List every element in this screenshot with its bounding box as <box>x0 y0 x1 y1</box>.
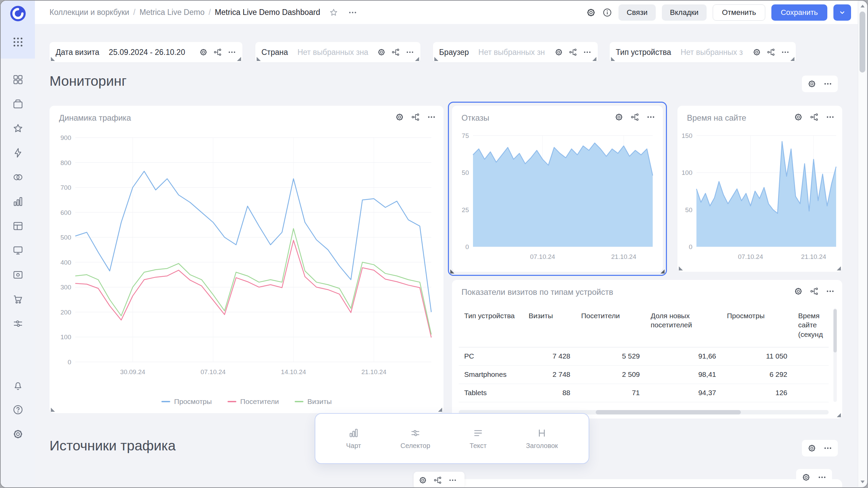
chart-card-traffic-dynamics[interactable]: Динамика трафика 01002003004005006007008… <box>50 106 443 413</box>
window-scrollbar[interactable] <box>858 1 867 487</box>
resize-handle[interactable] <box>434 57 438 61</box>
gear-icon[interactable] <box>395 113 404 122</box>
collections-icon[interactable] <box>12 98 24 110</box>
audience-icon[interactable] <box>12 171 24 183</box>
breadcrumb-workbook[interactable]: Metrica Live Demo <box>139 8 204 17</box>
relations-icon[interactable] <box>810 113 819 122</box>
scrollbar-thumb[interactable] <box>596 410 741 414</box>
settings-sliders-icon[interactable] <box>12 318 24 329</box>
quick-actions-icon[interactable] <box>12 147 24 159</box>
filter-date-widget[interactable]: Дата визита 25.09.2024 - 26.10.20 <box>50 42 242 62</box>
gear-icon[interactable] <box>794 287 803 296</box>
resize-handle[interactable] <box>257 57 261 61</box>
filter-browser-value[interactable]: Нет выбранных зн <box>478 48 552 57</box>
resize-handle[interactable] <box>51 57 55 61</box>
add-text-button[interactable]: Текст <box>470 428 487 450</box>
favorites-icon[interactable] <box>12 123 24 134</box>
more-options-icon[interactable] <box>781 48 790 57</box>
legend-item[interactable]: Визиты <box>295 398 332 406</box>
resize-handle[interactable] <box>237 57 241 61</box>
more-options-icon[interactable] <box>826 113 835 122</box>
gear-icon[interactable] <box>802 473 811 482</box>
cancel-button[interactable]: Отменить <box>713 4 765 21</box>
save-button[interactable]: Сохранить <box>771 4 827 21</box>
relations-icon[interactable] <box>810 287 819 296</box>
resize-handle[interactable] <box>611 57 615 61</box>
tabs-button[interactable]: Вкладки <box>662 4 707 21</box>
add-chart-button[interactable]: Чарт <box>346 428 361 450</box>
add-selector-button[interactable]: Селектор <box>400 428 430 450</box>
gear-icon[interactable] <box>554 48 563 57</box>
resize-handle[interactable] <box>837 266 841 270</box>
gear-icon[interactable] <box>794 113 803 122</box>
breadcrumb-current-dashboard: Metrica Live Demo Dashboard <box>215 8 320 17</box>
settings-gear-icon[interactable] <box>12 428 24 440</box>
relations-icon[interactable] <box>569 48 577 57</box>
filter-country-widget[interactable]: Страна Нет выбранных зна <box>255 42 420 62</box>
filter-device-type-widget[interactable]: Тип устройства Нет выбранных з <box>610 42 796 62</box>
filter-country-value[interactable]: Нет выбранных зна <box>297 48 374 57</box>
info-icon[interactable] <box>602 7 612 18</box>
gear-icon[interactable] <box>752 48 761 57</box>
gear-icon[interactable] <box>807 444 816 453</box>
gear-icon[interactable] <box>418 476 427 485</box>
resize-handle[interactable] <box>790 57 794 61</box>
datalens-logo[interactable] <box>9 5 27 22</box>
more-options-icon[interactable] <box>448 476 457 485</box>
datasets-icon[interactable] <box>12 269 24 281</box>
filter-device-type-value[interactable]: Нет выбранных з <box>680 48 750 57</box>
more-options-icon[interactable] <box>823 79 832 88</box>
resize-handle[interactable] <box>415 57 419 61</box>
legend-item[interactable]: Просмотры <box>161 398 212 406</box>
resize-handle[interactable] <box>438 408 442 412</box>
table-card-device-stats[interactable]: Показатели визитов по типам устройств Ти… <box>452 280 842 419</box>
relations-icon[interactable] <box>411 113 420 122</box>
resize-handle[interactable] <box>592 57 596 61</box>
gear-icon[interactable] <box>614 113 624 122</box>
resize-handle[interactable] <box>51 408 55 412</box>
more-options-icon[interactable] <box>826 287 835 296</box>
more-options-icon[interactable] <box>646 113 655 122</box>
save-menu-button[interactable] <box>833 4 851 21</box>
tables-icon[interactable] <box>12 220 24 232</box>
resize-handle[interactable] <box>837 413 841 417</box>
marketplace-icon[interactable] <box>12 293 24 305</box>
favorite-star-icon[interactable] <box>329 8 338 17</box>
relations-icon[interactable] <box>630 113 639 122</box>
more-options-icon[interactable] <box>583 48 592 57</box>
gear-icon[interactable] <box>199 48 208 57</box>
chart-card-bounces[interactable]: Отказы 025507507.10.2421.10.24 <box>452 106 663 272</box>
chart-card-time-on-site[interactable]: Время на сайте 05010015007.10.2421.10.24 <box>677 106 842 272</box>
gear-icon[interactable] <box>807 79 816 88</box>
relations-icon[interactable] <box>391 48 400 57</box>
links-button[interactable]: Связи <box>618 4 656 21</box>
more-options-icon[interactable] <box>348 8 357 17</box>
breadcrumb-collections[interactable]: Коллекции и воркбуки <box>50 8 129 17</box>
filter-browser-widget[interactable]: Браузер Нет выбранных зн <box>433 42 598 62</box>
more-options-icon[interactable] <box>427 113 436 122</box>
scrollbar-thumb[interactable] <box>833 309 837 352</box>
more-options-icon[interactable] <box>406 48 414 57</box>
resize-handle[interactable] <box>679 266 683 270</box>
filter-date-value[interactable]: 25.09.2024 - 26.10.20 <box>109 48 196 57</box>
more-options-icon[interactable] <box>823 444 832 453</box>
more-options-icon[interactable] <box>228 48 236 57</box>
scrollbar-thumb[interactable] <box>860 12 865 73</box>
more-options-icon[interactable] <box>817 473 827 482</box>
widgets-icon[interactable] <box>12 74 24 85</box>
gear-icon[interactable] <box>377 48 386 57</box>
notifications-bell-icon[interactable] <box>12 380 24 391</box>
help-icon[interactable] <box>12 404 24 415</box>
relations-icon[interactable] <box>767 48 775 57</box>
add-heading-button[interactable]: Заголовок <box>526 428 558 450</box>
scroll-up-arrow[interactable] <box>861 5 865 7</box>
apps-grid-icon[interactable] <box>12 36 24 48</box>
relations-icon[interactable] <box>433 476 442 485</box>
charts-icon[interactable] <box>12 196 24 207</box>
relations-icon[interactable] <box>213 48 222 57</box>
table-vertical-scrollbar[interactable] <box>833 308 837 402</box>
legend-item[interactable]: Посетители <box>228 398 279 406</box>
settings-gear-icon[interactable] <box>586 7 596 18</box>
scroll-down-arrow[interactable] <box>861 481 865 483</box>
dashboards-icon[interactable] <box>12 245 24 256</box>
